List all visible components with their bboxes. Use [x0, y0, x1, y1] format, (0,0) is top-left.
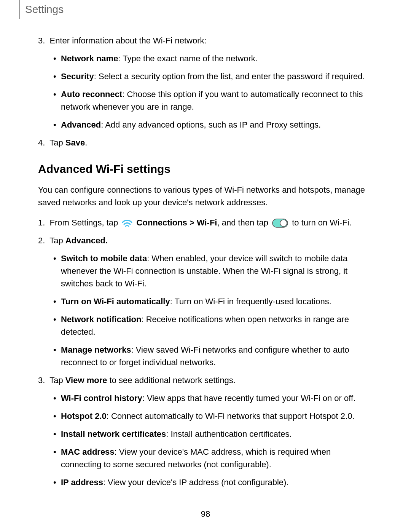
item-label: Auto reconnect [61, 89, 122, 99]
step-number: 2. [38, 236, 45, 245]
adv-step3-bullets: Wi-Fi control history: View apps that ha… [49, 392, 373, 489]
step-suffix: to see additional network settings. [107, 375, 236, 385]
adv-step-3: 3. Tap View more to see additional netwo… [38, 374, 373, 489]
item-label: Hotspot 2.0 [61, 411, 107, 421]
list-item: Auto reconnect: Choose this option if yo… [61, 88, 373, 113]
item-label: Network name [61, 54, 118, 63]
step-bold: View more [65, 375, 107, 385]
item-label: MAC address [61, 447, 115, 457]
item-label: Manage networks [61, 345, 131, 355]
step-text: Tap [49, 138, 65, 147]
step-number: 4. [38, 138, 45, 147]
step-text: Tap [49, 375, 65, 385]
item-label: Security [61, 72, 94, 81]
item-desc: : Turn on Wi-Fi in frequently-used locat… [170, 297, 331, 306]
step-4: 4. Tap Save. [38, 136, 373, 149]
item-label: Switch to mobile data [61, 254, 147, 263]
item-label: Network notification [61, 315, 141, 324]
step-suffix: . [85, 138, 87, 147]
list-item: Advanced: Add any advanced options, such… [61, 118, 373, 131]
text-post: to turn on Wi-Fi. [292, 218, 351, 227]
list-item: Network notification: Receive notificati… [61, 313, 373, 338]
header-title: Settings [19, 0, 392, 19]
step-bold: Save [65, 138, 85, 147]
item-desc: : Select a security option from the list… [94, 72, 365, 81]
item-desc: : Add any advanced options, such as IP a… [101, 120, 321, 129]
page-number: 98 [38, 508, 373, 520]
section-heading: Advanced Wi-Fi settings [38, 160, 373, 177]
adv-step2-bullets: Switch to mobile data: When enabled, you… [49, 252, 373, 369]
connections-label: Connections [137, 218, 187, 227]
step3-bullets: Network name: Type the exact name of the… [49, 52, 373, 131]
item-desc: : Install authentication certificates. [166, 429, 292, 439]
section-intro: You can configure connections to various… [38, 184, 373, 209]
step-text: Enter information about the Wi-Fi networ… [50, 36, 207, 45]
item-label: Wi-Fi control history [61, 393, 142, 403]
list-item: Install network certificates: Install au… [61, 428, 373, 440]
arrow: > [187, 218, 197, 227]
item-desc: : View apps that have recently turned yo… [142, 393, 355, 403]
list-item: Turn on Wi-Fi automatically: Turn on Wi-… [61, 295, 373, 308]
svg-point-1 [280, 220, 287, 227]
item-label: Advanced [61, 120, 101, 129]
text-pre: From Settings, tap [50, 218, 121, 227]
adv-step-1: 1. From Settings, tap Connections > Wi-F… [38, 216, 373, 229]
adv-step-2: 2. Tap Advanced. Switch to mobile data: … [38, 234, 373, 369]
list-item: IP address: View your device's IP addres… [61, 476, 373, 489]
step-number: 3. [38, 36, 45, 45]
step-bold: Advanced. [65, 236, 108, 245]
item-label: Turn on Wi-Fi automatically [61, 297, 170, 306]
toggle-on-icon [272, 219, 288, 228]
step-number: 3. [38, 375, 45, 385]
step-text: Tap [49, 236, 65, 245]
step-number: 1. [38, 218, 45, 227]
item-label: IP address [61, 478, 103, 487]
list-item: Manage networks: View saved Wi-Fi networ… [61, 343, 373, 369]
step-3: 3. Enter information about the Wi-Fi net… [38, 34, 373, 131]
steps-list-continued: 3. Enter information about the Wi-Fi net… [38, 34, 373, 149]
content-area: 3. Enter information about the Wi-Fi net… [19, 34, 392, 520]
list-item: Wi-Fi control history: View apps that ha… [61, 392, 373, 404]
item-desc: : Type the exact name of the network. [118, 54, 257, 63]
text-mid: , and then tap [217, 218, 271, 227]
advanced-steps-list: 1. From Settings, tap Connections > Wi-F… [38, 216, 373, 489]
list-item: Network name: Type the exact name of the… [61, 52, 373, 65]
list-item: Security: Select a security option from … [61, 70, 373, 83]
item-desc: : Connect automatically to Wi-Fi network… [107, 411, 355, 421]
wifi-icon [121, 218, 133, 228]
list-item: MAC address: View your device's MAC addr… [61, 446, 373, 471]
list-item: Hotspot 2.0: Connect automatically to Wi… [61, 410, 373, 422]
list-item: Switch to mobile data: When enabled, you… [61, 252, 373, 290]
item-label: Install network certificates [61, 429, 166, 439]
item-desc: : View your device's IP address (not con… [103, 478, 289, 487]
wifi-label: Wi-Fi [197, 218, 217, 227]
